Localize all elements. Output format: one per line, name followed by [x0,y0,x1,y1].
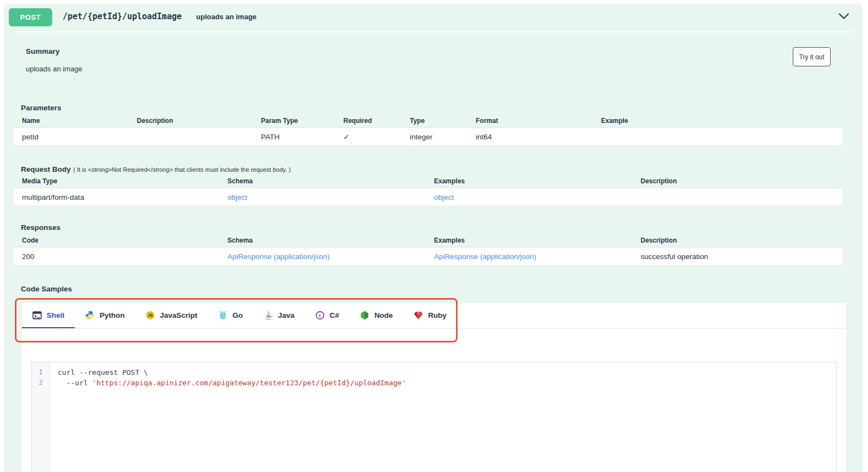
tab-label: Java [278,311,294,319]
schema-link[interactable]: ApiResponse (application/json) [426,252,632,261]
table-cell: petId [14,133,129,141]
line-number-gutter: 12 [32,362,50,472]
code-line: curl --request POST \ [58,367,836,378]
table-row: 200ApiResponse (application/json)ApiResp… [14,248,842,266]
table-cell: int64 [468,133,593,141]
schema-link[interactable]: ApiResponse (application/json) [219,252,426,261]
node-icon [360,311,369,320]
code-samples-heading: Code Samples [21,285,72,293]
summary-heading: Summary [26,47,82,55]
column-header: Schema [219,237,426,247]
svg-text:JS: JS [148,313,153,318]
go-icon [218,311,227,320]
request-body-heading-text: Request Body [21,165,71,173]
ruby-icon [414,311,423,320]
tab-label: C# [330,311,339,319]
column-header: Example [593,117,842,127]
tab-javascript[interactable]: JSJavaScript [135,303,208,328]
request-body-table-header: Media TypeSchemaExamplesDescription [14,177,842,188]
column-header: Description [632,237,842,247]
line-number: 1 [32,367,49,378]
shell-terminal-icon [32,311,42,320]
tab-ruby[interactable]: Ruby [403,303,457,328]
table-cell: multipart/form-data [14,193,219,201]
column-header: Examples [426,177,632,188]
parameters-section: Parameters NameDescriptionParam TypeRequ… [14,104,842,146]
try-it-out-button[interactable]: Try it out [793,47,831,66]
tab-csharp[interactable]: cC# [305,303,349,328]
table-cell: PATH [253,133,335,141]
request-body-section: Request Body ( It is <strong>Not Require… [14,164,842,206]
column-header: Examples [426,237,632,247]
tab-python[interactable]: Python [75,303,135,328]
tab-label: Node [374,311,393,319]
column-header: Name [14,117,129,127]
column-header: Param Type [253,117,335,127]
table-cell: integer [402,133,468,141]
responses-table-header: CodeSchemaExamplesDescription [14,237,842,248]
csharp-icon: c [315,311,325,320]
java-icon [264,311,273,320]
summary-section: Summary uploads an image [22,47,82,73]
parameters-heading: Parameters [21,104,842,117]
request-body-note: ( It is <strong>Not Required</strong> th… [73,166,291,173]
tab-label: Go [232,311,243,319]
column-header: Required [335,117,402,127]
javascript-icon: JS [146,311,155,320]
schema-link[interactable]: object [219,193,426,201]
code-editor[interactable]: 12 curl --request POST \ --url 'https://… [31,362,837,472]
code-line: --url 'https://apiqa.apinizer.com/apigat… [58,378,836,388]
python-icon [85,311,94,320]
code-samples-panel: ShellPythonJSJavaScriptGoJavacC#NodeRuby… [22,303,846,472]
tab-label: JavaScript [160,311,197,319]
responses-heading: Responses [21,223,842,237]
table-row: multipart/form-dataobjectobject [14,188,842,206]
responses-section: Responses CodeSchemaExamplesDescription … [14,223,842,266]
request-body-table-body: multipart/form-dataobjectobject [14,188,842,206]
schema-link[interactable]: object [426,193,632,201]
endpoint-header: POST /pet/{petId}/uploadImage uploads an… [4,4,863,35]
tab-label: Ruby [428,311,447,319]
code-token: curl --request POST \ [58,368,148,377]
column-header: Type [402,117,468,127]
http-method-badge[interactable]: POST [9,8,52,26]
column-header: Media Type [14,177,219,188]
column-header: Description [632,177,842,188]
parameters-table-header: NameDescriptionParam TypeRequiredTypeFor… [14,117,842,128]
summary-description: uploads an image [26,65,82,73]
tab-shell[interactable]: Shell [22,303,75,328]
column-header: Code [14,237,219,247]
table-cell: 200 [14,252,219,261]
chevron-down-icon[interactable] [838,13,849,20]
column-header: Description [129,117,253,127]
parameters-table-body: petIdPATH✓integerint64 [14,128,842,146]
svg-text:c: c [319,312,321,318]
column-header: Schema [219,177,426,188]
tab-node[interactable]: Node [349,303,403,328]
endpoint-card: POST /pet/{petId}/uploadImage uploads an… [4,4,863,472]
request-body-heading: Request Body ( It is <strong>Not Require… [21,164,842,177]
line-number: 2 [32,378,49,388]
code-language-tabs: ShellPythonJSJavaScriptGoJavacC#NodeRuby [22,303,846,329]
table-cell: successful operation [632,252,842,261]
tab-go[interactable]: Go [208,303,253,328]
column-header: Format [468,117,593,127]
tab-java[interactable]: Java [253,303,305,328]
tab-label: Shell [47,311,64,319]
code-token: --url [58,379,92,387]
table-cell: ✓ [335,132,402,141]
table-row: petIdPATH✓integerint64 [14,128,842,146]
tab-label: Python [99,311,125,319]
endpoint-summary-text: uploads an image [196,13,257,21]
code-content: curl --request POST \ --url 'https://api… [50,362,836,472]
header-divider [14,31,853,32]
endpoint-path: /pet/{petId}/uploadImage [63,12,182,21]
responses-table-body: 200ApiResponse (application/json)ApiResp… [14,248,842,266]
code-string-token: 'https://apiqa.apinizer.com/apigateway/t… [92,379,406,387]
